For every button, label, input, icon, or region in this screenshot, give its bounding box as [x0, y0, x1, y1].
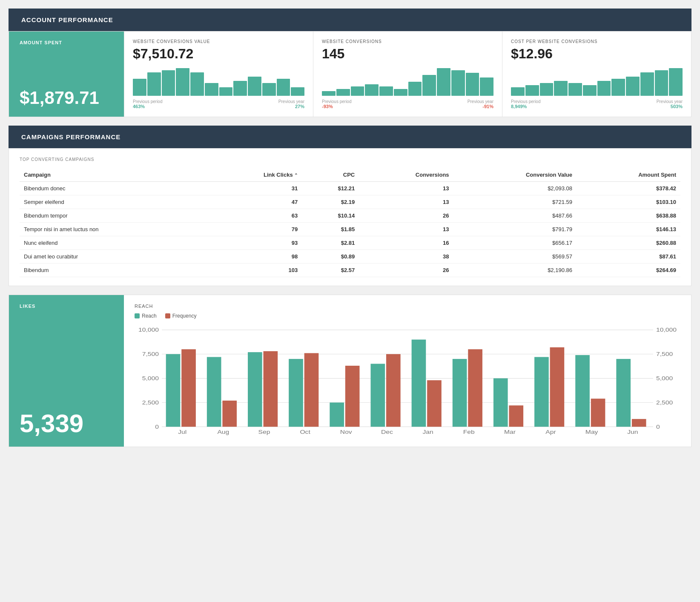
svg-rect-21 [248, 352, 262, 427]
svg-text:Aug: Aug [217, 429, 229, 435]
amount-spent-label: AMOUNT SPENT [20, 40, 113, 45]
table-cell: $638.88 [577, 209, 680, 223]
col-header-5: Amount Spent [577, 168, 680, 182]
previous-period-label: Previous period [511, 99, 540, 104]
metric-title: COST PER WEBSITE CONVERSIONS [511, 39, 683, 44]
svg-rect-30 [370, 364, 385, 427]
axis-labels [135, 436, 680, 438]
bar [540, 83, 554, 96]
col-header-4: Conversion Value [453, 168, 577, 182]
svg-rect-22 [264, 351, 278, 427]
table-cell: 63 [206, 209, 302, 223]
svg-rect-31 [386, 354, 401, 427]
svg-text:5,000: 5,000 [142, 376, 159, 381]
table-cell: 16 [359, 236, 453, 250]
campaigns-table-container: TOP CONVERTING CAMPAIGNS CampaignLink Cl… [9, 148, 691, 286]
bar [640, 72, 654, 96]
previous-year-value: -91% [468, 104, 493, 109]
svg-rect-39 [493, 378, 508, 427]
col-header-0: Campaign [20, 168, 206, 182]
table-cell: $87.61 [577, 250, 680, 264]
bar [480, 77, 493, 96]
metric-title: WEBSITE CONVERSIONS VALUE [133, 39, 304, 44]
svg-text:Apr: Apr [545, 429, 556, 435]
bar [568, 83, 582, 96]
metric-card-1: WEBSITE CONVERSIONS 145 Previous period … [313, 32, 502, 117]
previous-period: Previous period 8,949% [511, 99, 540, 109]
table-row: Dui amet leo curabitur98$0.8938$569.57$8… [20, 250, 680, 264]
reach-legend: Reach Frequency [135, 313, 680, 319]
bar [351, 86, 364, 96]
table-cell: Bibendum donec [20, 182, 206, 195]
svg-rect-46 [591, 398, 605, 427]
bar [133, 79, 146, 96]
bar [511, 87, 525, 96]
table-cell: $0.89 [302, 250, 359, 264]
bar [669, 68, 683, 96]
bar [525, 85, 539, 96]
likes-value: 5,339 [20, 409, 113, 438]
svg-text:0: 0 [155, 424, 159, 430]
previous-year: Previous year -91% [468, 99, 493, 109]
bar [655, 70, 668, 96]
table-cell: $146.13 [577, 223, 680, 236]
bar [162, 70, 175, 96]
table-cell: $2.81 [302, 236, 359, 250]
bottom-section: LIKES 5,339 REACH Reach Frequency 002,50… [9, 295, 691, 447]
table-cell: $2,093.08 [453, 182, 577, 195]
frequency-legend-item: Frequency [165, 313, 197, 319]
svg-rect-49 [632, 419, 646, 427]
campaigns-performance-section: CAMPAIGNS PERFORMANCE TOP CONVERTING CAM… [9, 126, 691, 286]
svg-text:7,500: 7,500 [656, 351, 673, 357]
bar [336, 89, 350, 96]
table-cell: $10.14 [302, 209, 359, 223]
svg-text:0: 0 [656, 424, 660, 430]
previous-year-label: Previous year [657, 99, 683, 104]
table-cell: $378.42 [577, 182, 680, 195]
svg-rect-18 [207, 357, 221, 427]
previous-period-value: 463% [133, 104, 162, 109]
svg-rect-45 [575, 355, 590, 427]
previous-period-label: Previous period [322, 99, 351, 104]
bar [233, 81, 247, 96]
bar [379, 86, 393, 96]
account-performance-title: ACCOUNT PERFORMANCE [21, 16, 113, 23]
frequency-legend-label: Frequency [172, 313, 197, 319]
table-cell: 26 [359, 264, 453, 277]
svg-rect-27 [330, 402, 344, 427]
svg-text:Mar: Mar [504, 429, 516, 435]
previous-year-label: Previous year [468, 99, 493, 104]
table-cell: $2,190.86 [453, 264, 577, 277]
svg-text:Oct: Oct [300, 429, 310, 435]
svg-text:Dec: Dec [381, 429, 393, 435]
table-cell: 103 [206, 264, 302, 277]
bar [277, 79, 290, 96]
table-cell: $721.59 [453, 195, 577, 209]
svg-text:Feb: Feb [463, 429, 475, 435]
metric-card-2: COST PER WEBSITE CONVERSIONS $12.96 Prev… [502, 32, 691, 117]
svg-rect-43 [550, 347, 565, 427]
col-header-2: CPC [302, 168, 359, 182]
table-cell: Dui amet leo curabitur [20, 250, 206, 264]
reach-chart-area: 002,5002,5005,0005,0007,5007,50010,00010… [135, 325, 680, 436]
bar [422, 75, 436, 96]
metric-value: $12.96 [511, 46, 683, 62]
metric-card-0: WEBSITE CONVERSIONS VALUE $7,510.72 Prev… [124, 32, 313, 117]
amount-spent-value: $1,879.71 [20, 88, 113, 108]
table-cell: 31 [206, 182, 302, 195]
table-row: Bibendum tempor63$10.1426$487.66$638.88 [20, 209, 680, 223]
table-row: Tempor nisi in amet luctus non79$1.8513$… [20, 223, 680, 236]
metric-value: 145 [322, 46, 493, 62]
previous-period-value: -93% [322, 104, 351, 109]
bar [262, 83, 276, 96]
bar [147, 72, 161, 96]
svg-rect-24 [289, 359, 303, 427]
metric-chart [133, 66, 304, 96]
previous-period-value: 8,949% [511, 104, 540, 109]
svg-text:Sep: Sep [258, 429, 270, 435]
account-performance-header: ACCOUNT PERFORMANCE [9, 9, 691, 31]
table-cell: 47 [206, 195, 302, 209]
table-row: Bibendum donec31$12.2113$2,093.08$378.42 [20, 182, 680, 195]
table-cell: 13 [359, 223, 453, 236]
table-row: Bibendum103$2.5726$2,190.86$264.69 [20, 264, 680, 277]
